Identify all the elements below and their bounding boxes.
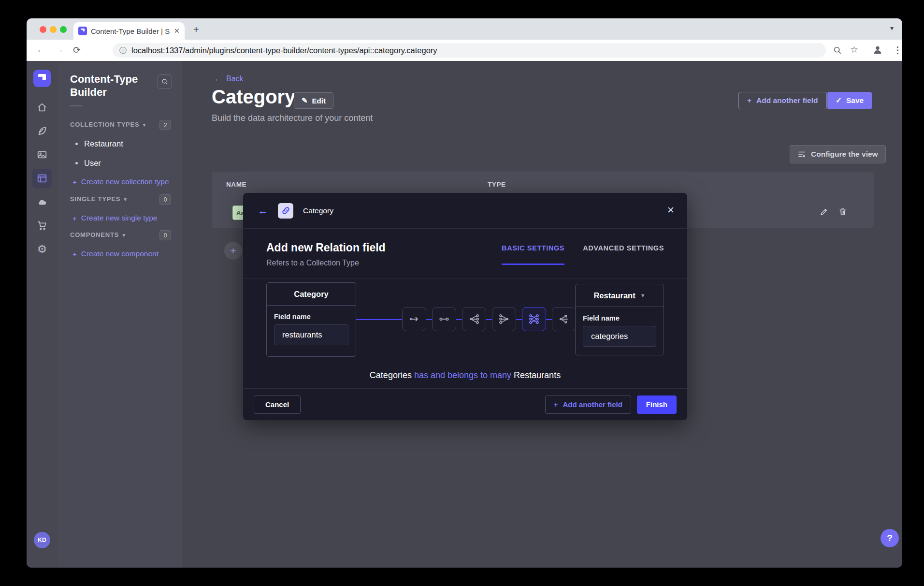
content-type-builder-nav-icon[interactable]: [32, 169, 52, 188]
tab-basic-settings[interactable]: BASIC SETTINGS: [502, 244, 564, 265]
edit-button[interactable]: ✎ Edit: [294, 92, 333, 109]
content-type-builder-panel: Content-Type Builder COLLECTION TYPES▼ 2…: [58, 61, 182, 568]
modal-add-another-field-button[interactable]: + Add another field: [545, 396, 631, 414]
modal-back-arrow-icon[interactable]: ←: [258, 205, 268, 217]
add-relation-modal: ← Category ✕ Add new Relation field: [243, 193, 687, 420]
section-collection-types[interactable]: COLLECTION TYPES▼: [70, 121, 147, 128]
plus-icon: +: [72, 214, 77, 222]
strapi-admin-app: ⚙ KD Content-Type Builder COLLECTION TYP…: [27, 61, 902, 568]
item-label: User: [84, 159, 101, 168]
create-collection-type-link[interactable]: + Create new collection type: [72, 177, 169, 186]
sentence-source: Categories: [370, 370, 412, 380]
relation-chip: [278, 203, 293, 219]
close-icon[interactable]: ✕: [667, 205, 675, 216]
source-field-name-input[interactable]: [274, 324, 348, 345]
column-name: NAME: [226, 181, 246, 188]
configure-view-button[interactable]: Configure the view: [790, 145, 886, 163]
cancel-label: Cancel: [265, 400, 289, 409]
search-button[interactable]: [158, 74, 172, 89]
item-label: Restaurant: [84, 139, 123, 148]
marketplace-cart-icon[interactable]: [32, 216, 52, 235]
tab-search-chevron-icon[interactable]: ▾: [890, 24, 894, 32]
create-single-type-link[interactable]: + Create new single type: [72, 214, 157, 222]
panel-title-divider: [70, 105, 82, 106]
page-title: Category: [212, 86, 295, 108]
back-link[interactable]: ← Back: [214, 74, 244, 83]
modal-header: ← Category ✕: [243, 193, 687, 229]
reload-icon[interactable]: ⟳: [73, 44, 81, 56]
modal-subtitle: Refers to a Collection Type: [266, 259, 386, 267]
browser-menu-icon[interactable]: ⋮: [893, 44, 902, 56]
sidebar-item-user[interactable]: User: [75, 159, 101, 168]
relation-many-way-button[interactable]: [552, 307, 576, 331]
zoom-icon[interactable]: [833, 45, 842, 55]
collection-types-count-badge: 2: [159, 120, 171, 130]
bookmark-star-icon[interactable]: ☆: [850, 44, 858, 55]
browser-window: Content-Type Builder | Strapi ✕ + ▾ ← → …: [27, 18, 902, 568]
tab-close-icon[interactable]: ✕: [173, 27, 180, 35]
add-field-circle-button[interactable]: +: [224, 242, 242, 260]
section-components[interactable]: COMPONENTS▼: [70, 231, 127, 238]
home-nav-icon[interactable]: [32, 98, 52, 117]
link-label: Create new component: [81, 249, 159, 258]
search-icon: [161, 78, 169, 86]
profile-avatar-icon[interactable]: [872, 44, 883, 55]
add-another-field-button[interactable]: + Add another field: [738, 92, 827, 109]
forward-nav-icon[interactable]: →: [55, 44, 64, 55]
modal-body-divider: [243, 278, 687, 279]
relation-one-to-many-button[interactable]: [462, 307, 486, 331]
field-name-label: Field name: [583, 314, 656, 322]
plus-icon: +: [72, 178, 77, 186]
strapi-logo-icon[interactable]: [33, 70, 51, 87]
close-window-button[interactable]: [40, 26, 46, 33]
browser-tab[interactable]: Content-Type Builder | Strapi ✕: [73, 22, 185, 40]
field-name-label: Field name: [274, 313, 348, 321]
edit-row-pencil-icon[interactable]: [820, 207, 828, 218]
target-type-box: Restaurant ▼ Field name: [575, 284, 664, 355]
relation-sentence: Categories has and belongs to many Resta…: [266, 370, 664, 381]
section-label: COMPONENTS: [70, 231, 119, 238]
user-avatar[interactable]: KD: [34, 532, 50, 548]
chevron-down-icon: ▼: [121, 233, 127, 238]
settings-gear-icon[interactable]: ⚙: [32, 239, 52, 259]
target-field-name-input[interactable]: [583, 326, 656, 347]
plus-icon: +: [554, 400, 558, 409]
tab-advanced-settings[interactable]: ADVANCED SETTINGS: [583, 244, 664, 265]
link-label: Create new collection type: [81, 177, 169, 186]
create-component-link[interactable]: + Create new component: [72, 249, 159, 258]
back-label: Back: [226, 74, 244, 83]
media-library-icon[interactable]: [32, 145, 52, 164]
relation-link-icon: [281, 206, 290, 215]
target-type-select[interactable]: Restaurant ▼: [576, 284, 664, 307]
section-single-types[interactable]: SINGLE TYPES▼: [70, 195, 128, 203]
cloud-deploy-icon[interactable]: [32, 192, 52, 212]
delete-row-trash-icon[interactable]: [838, 207, 847, 218]
source-type-name: Category: [267, 283, 356, 306]
new-tab-button[interactable]: +: [193, 24, 199, 35]
save-label: Save: [846, 96, 864, 105]
relation-many-to-many-button[interactable]: [522, 307, 546, 331]
button-label: Configure the view: [811, 150, 878, 159]
maximize-window-button[interactable]: [60, 26, 67, 33]
modal-body: Add new Relation field Refers to a Colle…: [243, 229, 687, 381]
site-info-icon[interactable]: ⓘ: [119, 46, 127, 55]
content-manager-feather-icon[interactable]: [32, 121, 52, 141]
pencil-icon: ✎: [302, 96, 308, 105]
minimize-window-button[interactable]: [50, 26, 57, 33]
plus-icon: +: [747, 96, 751, 105]
plus-icon: +: [72, 250, 77, 258]
relation-many-to-one-button[interactable]: [492, 307, 516, 331]
sidebar-item-restaurant[interactable]: Restaurant: [75, 139, 123, 148]
relation-one-to-one-button[interactable]: [432, 307, 456, 331]
relation-one-way-button[interactable]: [402, 307, 426, 331]
back-nav-icon[interactable]: ←: [36, 44, 45, 55]
help-button[interactable]: ?: [881, 529, 899, 547]
cancel-button[interactable]: Cancel: [254, 396, 301, 414]
sentence-target: Restaurants: [514, 370, 561, 380]
button-label: Add another field: [563, 400, 622, 409]
save-button[interactable]: ✓ Save: [827, 92, 872, 109]
url-bar[interactable]: ⓘ localhost:1337/admin/plugins/content-t…: [113, 43, 826, 58]
finish-button[interactable]: Finish: [637, 396, 677, 414]
configure-list-icon: [797, 150, 806, 159]
tab-title: Content-Type Builder | Strapi: [91, 27, 170, 35]
